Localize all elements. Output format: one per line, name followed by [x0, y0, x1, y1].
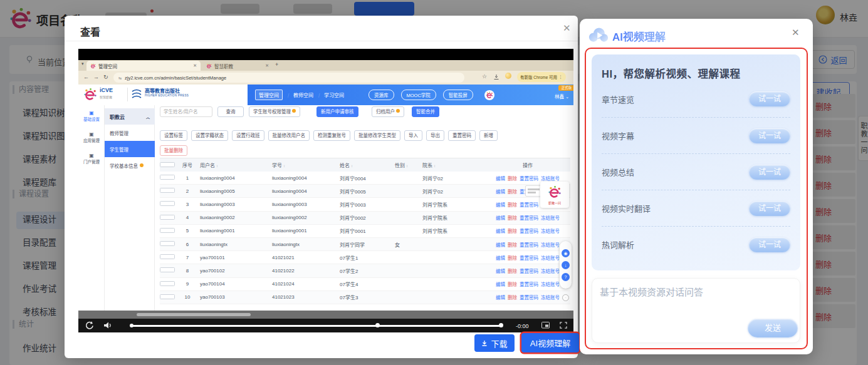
reset-password-link[interactable]: 重置密码 — [520, 176, 538, 182]
row-checkbox[interactable] — [160, 294, 175, 299]
tab-close-icon[interactable]: ✕ — [265, 63, 269, 68]
column-header[interactable]: 操作 — [485, 162, 570, 168]
browser-menu-icon[interactable]: ⋮ — [558, 75, 563, 80]
browser-back-icon[interactable]: ← — [83, 75, 89, 80]
new-tab-icon[interactable]: + — [275, 61, 278, 68]
delete-link[interactable]: 删除 — [508, 255, 517, 261]
column-header[interactable]: 序号 — [175, 162, 200, 168]
edit-link[interactable]: 编辑 — [496, 282, 505, 287]
browser-tab-active[interactable]: 管理空间 ✕ — [86, 61, 201, 71]
reset-password-link[interactable]: 重置密码 — [520, 242, 538, 248]
player-progress-track[interactable] — [131, 325, 502, 327]
account-permission-button[interactable]: 学生账号权限管理 — [249, 106, 300, 117]
bookmark-star-icon[interactable]: ☆ — [482, 73, 487, 80]
reset-password-link[interactable]: 重置密码 — [520, 269, 538, 274]
reset-password-link[interactable]: 重置密码 — [520, 255, 538, 261]
delete-link[interactable]: 删除 — [508, 282, 517, 287]
pip-icon[interactable] — [541, 322, 550, 329]
browser-tab[interactable]: 智慧职教 ✕ — [204, 61, 271, 70]
freeze-account-link[interactable]: 冻结账号 — [541, 215, 560, 221]
video-player[interactable]: ▾ — ✕ 管理空间 ✕ 智慧职教 ✕ + ← → ↻ ⇆ — [78, 49, 573, 332]
delete-link[interactable]: 删除 — [508, 202, 517, 208]
row-checkbox[interactable] — [160, 201, 175, 206]
site-pill-resources[interactable]: 资源库 — [369, 90, 394, 100]
download-tray-icon[interactable] — [493, 74, 499, 80]
try-it-button[interactable]: 试一试 — [749, 128, 790, 143]
edit-link[interactable]: 编辑 — [496, 176, 505, 182]
tab-close-icon[interactable]: ✕ — [193, 63, 197, 68]
edit-link[interactable]: 编辑 — [496, 242, 505, 248]
fullscreen-icon[interactable] — [560, 322, 567, 329]
help-icon[interactable]: ? — [562, 273, 570, 281]
try-it-button[interactable]: 试一试 — [749, 91, 790, 106]
row-checkbox[interactable] — [160, 215, 175, 220]
menu-group-header[interactable]: 职教云︿ — [105, 108, 155, 125]
row-checkbox[interactable] — [160, 228, 175, 233]
progress-marker-dot[interactable] — [375, 323, 380, 327]
batch-action-button[interactable]: 设置行政班 — [232, 130, 264, 141]
new-user-review-button[interactable]: 新用户申请审核 — [316, 106, 358, 117]
scroll-top-icon[interactable]: · — [562, 294, 569, 301]
reset-password-link[interactable]: 重置密码 — [520, 282, 538, 287]
ai-chat-input[interactable] — [600, 285, 793, 315]
edit-link[interactable]: 编辑 — [496, 229, 505, 234]
edit-link[interactable]: 编辑 — [496, 295, 505, 301]
freeze-account-link[interactable]: 冻结账号 — [541, 229, 560, 234]
batch-action-button[interactable]: 批量修改学生类型 — [354, 130, 400, 141]
menu-item[interactable]: 学生管理 — [105, 141, 155, 157]
row-checkbox[interactable] — [160, 281, 175, 286]
column-header[interactable]: 院系 — [422, 162, 485, 168]
delete-link[interactable]: 删除 — [508, 215, 517, 221]
volume-icon[interactable] — [103, 322, 112, 329]
site-user-name[interactable]: 林鑫 ⌄ — [555, 93, 569, 100]
edit-link[interactable]: 编辑 — [496, 215, 505, 221]
edit-link[interactable]: 编辑 — [496, 255, 505, 261]
select-all-checkbox[interactable] — [160, 162, 175, 167]
freeze-account-link[interactable]: 冻结账号 — [541, 282, 560, 287]
batch-delete-button[interactable]: 批量删除 — [160, 145, 187, 156]
rail-item[interactable]: ▣应用管理 — [78, 126, 105, 148]
site-nav-manage[interactable]: 管理空间 — [255, 90, 283, 100]
freeze-account-link[interactable]: 冻结账号 — [541, 295, 560, 301]
delete-link[interactable]: 删除 — [508, 242, 517, 248]
tab-search-chevron-icon[interactable]: ▾ — [81, 61, 84, 66]
delete-link[interactable]: 删除 — [508, 176, 517, 182]
browser-forward-icon[interactable]: → — [93, 75, 99, 80]
row-checkbox[interactable] — [160, 267, 175, 272]
batch-action-button[interactable]: 设置学籍状态 — [191, 130, 228, 141]
column-header[interactable]: 姓名 — [340, 162, 395, 168]
modal-close-icon[interactable]: ✕ — [563, 23, 571, 34]
site-nav-teacher[interactable]: 教师空间 — [293, 91, 313, 98]
delete-link[interactable]: 删除 — [508, 189, 517, 195]
row-checkbox[interactable] — [160, 241, 175, 246]
freeze-account-link[interactable]: 冻结账号 — [541, 176, 560, 182]
batch-action-button[interactable]: 导入 — [404, 130, 422, 141]
site-info-icon[interactable]: ⇆ — [118, 76, 122, 80]
profile-avatar-icon[interactable] — [505, 73, 511, 79]
try-it-button[interactable]: 试一试 — [749, 165, 790, 180]
try-it-button[interactable]: 试一试 — [749, 201, 790, 216]
batch-action-button[interactable]: 检测重复账号 — [313, 130, 350, 141]
ai-video-understand-button[interactable]: AI视频理解 — [521, 333, 579, 352]
batch-action-button[interactable]: 新增 — [479, 130, 498, 141]
delete-link[interactable]: 删除 — [508, 269, 517, 274]
reset-password-link[interactable]: 重置密码 — [520, 229, 538, 234]
edit-link[interactable]: 编辑 — [496, 189, 505, 195]
feedback-icon[interactable]: ◉ — [562, 249, 570, 257]
column-header[interactable]: 学号 — [272, 162, 340, 168]
page-scrollbar-thumb[interactable] — [137, 313, 251, 316]
freeze-account-link[interactable]: 冻结账号 — [541, 269, 560, 274]
rail-item[interactable]: ▣门户管理 — [78, 148, 105, 169]
ai-panel-close-icon[interactable]: ✕ — [792, 27, 800, 38]
edit-link[interactable]: 编辑 — [496, 269, 505, 274]
replay-icon[interactable] — [85, 321, 94, 330]
batch-action-button[interactable]: 导出 — [426, 130, 444, 141]
freeze-account-link[interactable]: 冻结账号 — [541, 242, 560, 248]
search-button[interactable]: 查询 — [217, 106, 244, 117]
batch-action-button[interactable]: 重置密码 — [448, 130, 476, 141]
send-button[interactable]: 发送 — [748, 319, 798, 337]
column-header[interactable]: 用户名 — [200, 162, 272, 168]
row-checkbox[interactable] — [160, 175, 175, 180]
delete-link[interactable]: 删除 — [508, 295, 517, 301]
smart-merge-button[interactable]: 智能合并 — [412, 106, 439, 117]
